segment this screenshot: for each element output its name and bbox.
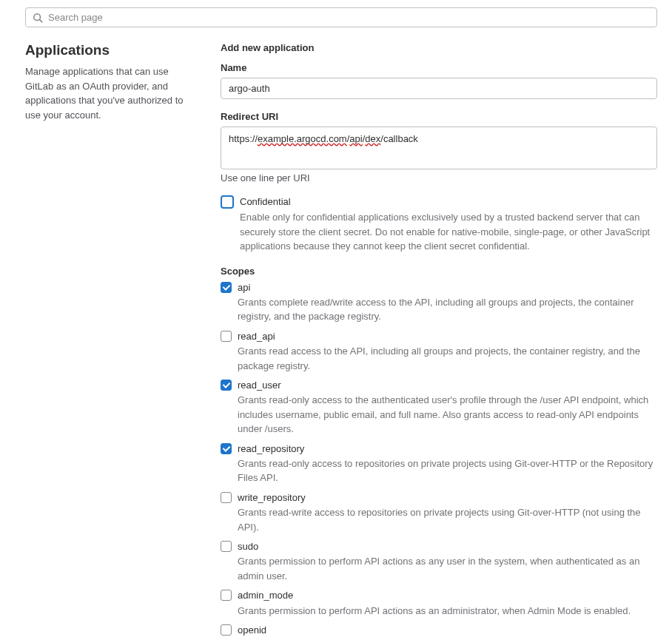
scope-checkbox-read_repository[interactable] — [221, 443, 232, 454]
search-wrapper — [25, 7, 657, 27]
sidebar: Applications Manage applications that ca… — [25, 42, 198, 637]
scope-row-read_user: read_userGrants read-only access to the … — [221, 379, 657, 437]
scope-desc: Grants read access to the API, including… — [238, 344, 657, 373]
scope-checkbox-openid[interactable] — [221, 624, 232, 636]
redirect-textarea[interactable]: https://example.argocd.com/api/dex/callb… — [221, 127, 657, 169]
scope-desc: Grants complete read/write access to the… — [238, 295, 657, 324]
confidential-label[interactable]: Confidential — [240, 195, 657, 209]
main-form: Add new application Name Redirect URI ht… — [221, 42, 657, 637]
scope-row-sudo: sudoGrants permission to perform API act… — [221, 540, 657, 583]
redirect-label: Redirect URI — [221, 111, 657, 122]
scope-checkbox-admin_mode[interactable] — [221, 590, 232, 601]
scope-checkbox-api[interactable] — [221, 282, 232, 293]
scope-desc: Grants read-only access to the authentic… — [238, 393, 657, 437]
svg-line-1 — [40, 19, 43, 22]
scope-label[interactable]: sudo — [238, 540, 657, 553]
scope-checkbox-read_user[interactable] — [221, 380, 232, 391]
scope-desc: Grants read-only access to repositories … — [238, 456, 657, 485]
page-title: Applications — [25, 42, 198, 58]
scope-row-openid: openidGrants permission to authenticate … — [221, 624, 657, 637]
scope-checkbox-write_repository[interactable] — [221, 492, 232, 503]
name-input[interactable] — [221, 78, 657, 99]
scope-label[interactable]: read_user — [238, 379, 657, 392]
name-label: Name — [221, 62, 657, 73]
scope-label[interactable]: write_repository — [238, 491, 657, 505]
section-heading: Add new application — [221, 42, 657, 53]
scopes-label: Scopes — [221, 266, 657, 277]
scope-label[interactable]: openid — [238, 624, 657, 637]
search-input[interactable] — [25, 7, 657, 27]
scope-checkbox-sudo[interactable] — [221, 541, 232, 552]
confidential-checkbox[interactable] — [221, 195, 234, 209]
redirect-help: Use one line per URI — [221, 172, 657, 183]
scope-row-read_repository: read_repositoryGrants read-only access t… — [221, 442, 657, 485]
scope-label[interactable]: api — [238, 281, 657, 294]
scope-checkbox-read_api[interactable] — [221, 331, 232, 342]
scope-row-api: apiGrants complete read/write access to … — [221, 281, 657, 324]
scope-desc: Grants permission to perform API actions… — [238, 554, 657, 583]
scope-desc: Grants read-write access to repositories… — [238, 505, 657, 534]
scope-label[interactable]: read_repository — [238, 442, 657, 456]
scope-desc: Grants permission to perform API actions… — [238, 604, 657, 619]
scope-row-read_api: read_apiGrants read access to the API, i… — [221, 330, 657, 373]
page-desc: Manage applications that can use GitLab … — [25, 64, 198, 122]
scopes-list: apiGrants complete read/write access to … — [221, 281, 657, 637]
search-icon — [33, 13, 43, 23]
scope-row-admin_mode: admin_modeGrants permission to perform A… — [221, 589, 657, 618]
scope-row-write_repository: write_repositoryGrants read-write access… — [221, 491, 657, 534]
svg-point-0 — [34, 13, 41, 20]
scope-label[interactable]: admin_mode — [238, 589, 657, 602]
scope-label[interactable]: read_api — [238, 330, 657, 343]
confidential-desc: Enable only for confidential application… — [240, 210, 657, 254]
